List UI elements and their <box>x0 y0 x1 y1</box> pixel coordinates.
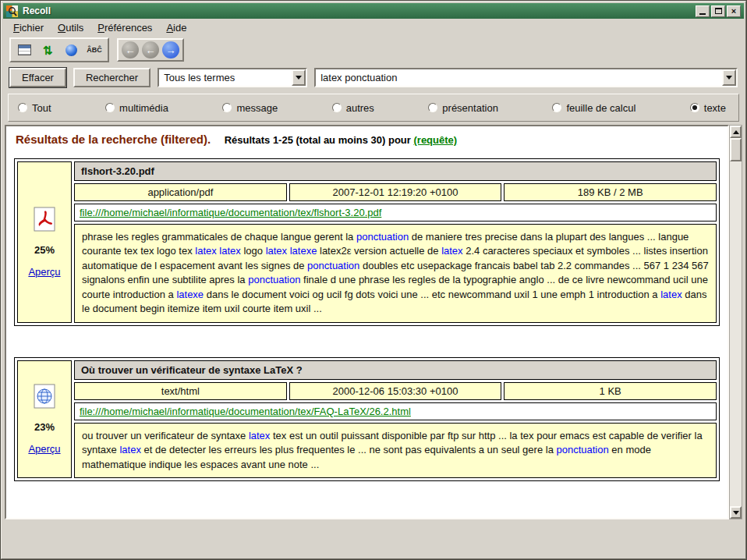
result-main: flshort-3.20.pdf application/pdf 2007-12… <box>74 161 717 323</box>
menu-outils[interactable]: Outils <box>52 20 89 35</box>
result-size: 1 KB <box>504 382 717 400</box>
next-page-button[interactable]: → <box>162 41 179 58</box>
preview-link[interactable]: Aperçu <box>28 266 60 278</box>
term-explorer-button[interactable]: ÂBĈ <box>84 41 104 59</box>
relevancy-percent: 23% <box>34 421 55 433</box>
result-item: 23% Aperçu Où trouver un vérificateur de… <box>14 357 720 481</box>
minimize-button[interactable] <box>696 5 710 17</box>
highlighted-term: ponctuation <box>248 274 300 285</box>
scroll-up-icon <box>733 130 739 134</box>
result-mime-type: application/pdf <box>74 183 287 201</box>
highlighted-term: ponctuation <box>307 260 359 271</box>
toolbar-main-group: ⇅ ÂBĈ <box>9 37 109 62</box>
sort-arrows-icon: ⇅ <box>43 44 53 56</box>
recoll-app-icon <box>6 5 18 17</box>
clear-search-icon <box>18 44 31 55</box>
recoll-window: Recoll × FichierOutilsPréférencesAide ⇅ … <box>0 0 747 560</box>
filter-presentation[interactable]: présentation <box>428 102 498 114</box>
search-mode-select[interactable]: Tous les termes <box>158 68 307 87</box>
menubar: FichierOutilsPréférencesAide <box>3 19 744 36</box>
highlighted-term: latex latex <box>195 245 241 257</box>
filter-message[interactable]: message <box>222 102 278 114</box>
search-mode-dropdown-button[interactable] <box>292 69 306 86</box>
scrollbar-trough[interactable] <box>730 161 742 506</box>
highlighted-term: latex latexe <box>266 245 317 257</box>
highlighted-term: latexe <box>176 289 204 300</box>
previous-page-button[interactable]: ← <box>142 41 159 58</box>
query-combobox <box>314 68 738 87</box>
titlebar[interactable]: Recoll × <box>3 3 744 19</box>
abstract-text: dans le document voici og ucil fg dots v… <box>204 289 660 300</box>
summary-pour: pour <box>388 134 411 146</box>
filter-tout[interactable]: Tout <box>18 102 51 114</box>
filter-feuille-de-calcul[interactable]: feuille de calcul <box>552 102 635 114</box>
radio-autres[interactable] <box>332 103 342 112</box>
scroll-up-button[interactable] <box>730 126 742 138</box>
results-region: Résultats de la recherche (filtered). Ré… <box>5 125 742 519</box>
highlighted-term: latex <box>119 444 140 455</box>
sort-button[interactable]: ⇅ <box>37 41 58 59</box>
result-size: 189 KB / 2 MB <box>504 183 717 201</box>
result-item: 25% Aperçu flshort-3.20.pdf application/… <box>14 158 720 326</box>
first-page-button[interactable]: ← <box>122 41 139 58</box>
pdf-file-icon <box>33 207 56 234</box>
radio-multimedia[interactable] <box>105 103 115 112</box>
maximize-button[interactable] <box>711 5 725 17</box>
result-url-link[interactable]: file:///home/michael/informatique/docume… <box>80 406 411 417</box>
filter-texte[interactable]: texte <box>690 102 726 114</box>
result-url-link[interactable]: file:///home/michael/informatique/docume… <box>80 207 381 218</box>
next-page-icon: → <box>166 45 176 55</box>
filter-label: feuille de calcul <box>566 102 635 114</box>
highlighted-term: latex <box>441 245 462 257</box>
result-meta-row: text/html 2000-12-06 15:03:30 +0100 1 KB <box>74 382 717 400</box>
relevancy-percent: 25% <box>34 244 55 256</box>
highlighted-term: latex <box>660 289 682 300</box>
result-side-panel: 25% Aperçu <box>17 161 72 323</box>
radio-feuille-de-calcul[interactable] <box>552 103 561 112</box>
menu-preferences[interactable]: Préférences <box>92 20 158 35</box>
query-input[interactable] <box>316 69 722 86</box>
menu-aide[interactable]: Aide <box>161 20 192 35</box>
filter-label: message <box>236 102 278 114</box>
close-button[interactable]: × <box>727 5 741 17</box>
history-button[interactable] <box>61 41 81 59</box>
filter-multimedia[interactable]: multimédia <box>105 102 168 114</box>
clear-search-button[interactable] <box>14 41 34 59</box>
scrollbar-thumb[interactable] <box>730 138 742 161</box>
highlighted-term: latex <box>249 430 270 441</box>
highlighted-term: ponctuation <box>556 444 608 455</box>
radio-message[interactable] <box>222 103 232 112</box>
abstract-text: et de detecter les erreurs les plus freq… <box>141 444 557 455</box>
result-mime-type: text/html <box>74 382 287 400</box>
radio-tout[interactable] <box>18 103 27 112</box>
query-history-dropdown-button[interactable] <box>722 69 736 86</box>
search-button[interactable]: Rechercher <box>73 68 150 87</box>
summary-prefix: Résultats <box>225 134 271 146</box>
minimize-icon <box>699 13 706 15</box>
preview-link[interactable]: Aperçu <box>28 443 60 455</box>
radio-presentation[interactable] <box>428 103 437 112</box>
filter-label: multimédia <box>119 102 168 114</box>
highlighted-term: ponctuation <box>356 231 409 243</box>
result-abstract: phrase les regles grammaticales de chaqu… <box>74 224 717 323</box>
results-title: Résultats de la recherche (filtered). <box>16 133 211 146</box>
scroll-down-button[interactable] <box>730 506 742 519</box>
clear-button[interactable]: Effacer <box>9 68 66 87</box>
result-entries: 25% Aperçu flshort-3.20.pdf application/… <box>12 158 721 481</box>
query-details-link[interactable]: (requête) <box>414 134 458 146</box>
search-mode-value: Tous les termes <box>159 69 292 86</box>
abstract-text: latex2ε version actuelle de <box>317 245 441 257</box>
result-title: flshort-3.20.pdf <box>74 161 717 181</box>
filter-autres[interactable]: autres <box>332 102 374 114</box>
result-title: Où trouver un vérificateur de syntaxe La… <box>74 360 717 380</box>
window-controls: × <box>696 5 741 17</box>
summary-range: 1-25 (total au moins 30) <box>273 134 385 146</box>
blue-sphere-icon <box>65 44 77 56</box>
results-header: Résultats de la recherche (filtered). Ré… <box>16 133 720 146</box>
result-date: 2000-12-06 15:03:30 +0100 <box>289 382 502 400</box>
results-summary: Résultats 1-25 (total au moins 30) pour … <box>225 134 457 146</box>
html-file-icon <box>33 384 56 411</box>
menu-fichier[interactable]: Fichier <box>8 20 49 35</box>
vertical-scrollbar[interactable] <box>729 125 742 519</box>
radio-texte[interactable] <box>690 103 699 112</box>
